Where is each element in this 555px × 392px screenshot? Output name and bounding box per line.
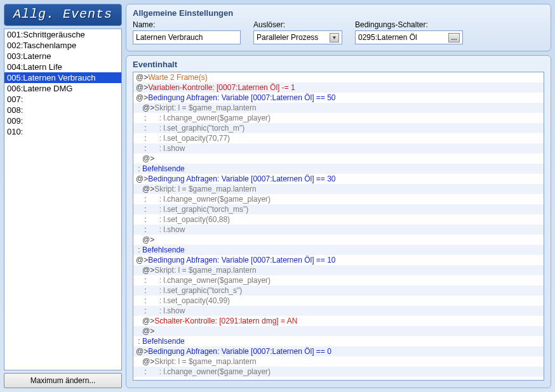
code-line[interactable]: @>Skript: l = $game_map.lantern xyxy=(133,356,544,367)
trigger-label: Auslöser: xyxy=(253,20,342,29)
code-line[interactable]: @> xyxy=(133,235,544,245)
code-line[interactable]: : : l.change_owner($game_player) xyxy=(133,275,544,285)
condition-switch-input[interactable]: 0295:Laternen Öl … xyxy=(355,30,463,44)
code-line[interactable]: @>Skript: l = $game_map.lantern xyxy=(133,265,544,275)
code-line[interactable]: @> xyxy=(133,326,544,336)
name-label: Name: xyxy=(133,20,241,29)
general-settings-group: Allgemeine Einstellungen Name: Auslöser:… xyxy=(126,4,551,51)
code-line[interactable]: : : l.change_owner($game_player) xyxy=(133,113,544,123)
event-list-item[interactable]: 002:Taschenlampe xyxy=(4,40,121,51)
event-content-list[interactable]: @>Warte 2 Frame(s)@>Variablen-Kontrolle:… xyxy=(133,72,544,381)
code-line[interactable]: @>Warte 2 Frame(s) xyxy=(133,72,544,82)
code-line[interactable]: @> xyxy=(133,154,544,164)
switch-label: Bedingungs-Schalter: xyxy=(355,20,463,29)
code-line[interactable]: : : l.set_graphic("torch_m") xyxy=(133,123,544,133)
maximum-change-button[interactable]: Maximum ändern... xyxy=(4,373,122,388)
code-line[interactable]: : : l.set_graphic("torch_s") xyxy=(133,285,544,296)
code-line[interactable]: @>Skript: l = $game_map.lantern xyxy=(133,184,544,194)
code-line[interactable]: : : l.set_graphic("torch_ms") xyxy=(133,204,544,214)
code-line[interactable]: @>Skript: l = $game_map.lantern xyxy=(133,103,544,113)
code-line[interactable]: @>Schalter-Kontrolle: [0291:latern dmg] … xyxy=(133,316,544,326)
trigger-select[interactable]: Paralleler Prozess ▼ xyxy=(253,30,342,44)
switch-value: 0295:Laternen Öl xyxy=(358,33,417,42)
left-panel: Allg. Events 001:Schrittgeräusche002:Tas… xyxy=(4,4,122,388)
code-line[interactable]: : Befehlsende xyxy=(133,245,544,255)
chevron-down-icon: ▼ xyxy=(330,33,339,42)
code-line[interactable]: : : l.change_owner($game_player) xyxy=(133,194,544,204)
switch-field: Bedingungs-Schalter: 0295:Laternen Öl … xyxy=(355,20,463,44)
code-line[interactable]: @>Bedingung Abfragen: Variable [0007:Lat… xyxy=(133,93,544,103)
trigger-value: Paralleler Prozess xyxy=(257,33,318,42)
code-line[interactable]: : : l.set_opacity(40,99) xyxy=(133,296,544,306)
event-list-item[interactable]: 007: xyxy=(4,94,121,105)
content-title: Eventinhalt xyxy=(133,60,544,69)
event-list-item[interactable]: 003:Laterne xyxy=(4,51,121,62)
code-line[interactable]: @>Bedingung Abfragen: Variable [0007:Lat… xyxy=(133,255,544,265)
group-title: Allgemeine Einstellungen xyxy=(133,8,544,18)
event-list-item[interactable]: 006:Laterne DMG xyxy=(4,83,121,94)
code-line[interactable]: : : l.set_opacity(60,88) xyxy=(133,214,544,225)
code-line[interactable]: @>Variablen-Kontrolle: [0007:Laternen Öl… xyxy=(133,82,544,93)
code-line[interactable]: : : l.show xyxy=(133,143,544,154)
right-panel: Allgemeine Einstellungen Name: Auslöser:… xyxy=(126,4,551,388)
code-line[interactable]: : : l.show xyxy=(133,306,544,316)
event-list-item[interactable]: 010: xyxy=(4,126,121,137)
code-line[interactable]: : : l.set_opacity(70,77) xyxy=(133,133,544,143)
event-list-item[interactable]: 009: xyxy=(4,115,121,126)
event-content-group: Eventinhalt @>Warte 2 Frame(s)@>Variable… xyxy=(126,55,551,388)
trigger-field: Auslöser: Paralleler Prozess ▼ xyxy=(253,20,342,44)
panel-title: Allg. Events xyxy=(4,4,122,26)
ellipsis-icon: … xyxy=(448,33,460,42)
name-field: Name: xyxy=(133,20,241,44)
code-line[interactable]: : : l.change_owner($game_player) xyxy=(133,367,544,377)
name-input[interactable] xyxy=(133,30,241,44)
event-list[interactable]: 001:Schrittgeräusche002:Taschenlampe003:… xyxy=(4,29,122,370)
code-line[interactable]: : Befehlsende xyxy=(133,164,544,174)
event-list-item[interactable]: 008: xyxy=(4,105,121,115)
event-list-item[interactable]: 005:Laternen Verbrauch xyxy=(4,72,121,83)
event-list-item[interactable]: 001:Schrittgeräusche xyxy=(4,29,121,40)
code-line[interactable]: @>Bedingung Abfragen: Variable [0007:Lat… xyxy=(133,174,544,184)
code-line[interactable]: : : l.show xyxy=(133,225,544,235)
settings-row: Name: Auslöser: Paralleler Prozess ▼ Bed… xyxy=(133,20,544,44)
event-list-item[interactable]: 004:Latern Life xyxy=(4,62,121,72)
code-line[interactable]: : Befehlsende xyxy=(133,336,544,346)
code-line[interactable]: @>Bedingung Abfragen: Variable [0007:Lat… xyxy=(133,346,544,356)
